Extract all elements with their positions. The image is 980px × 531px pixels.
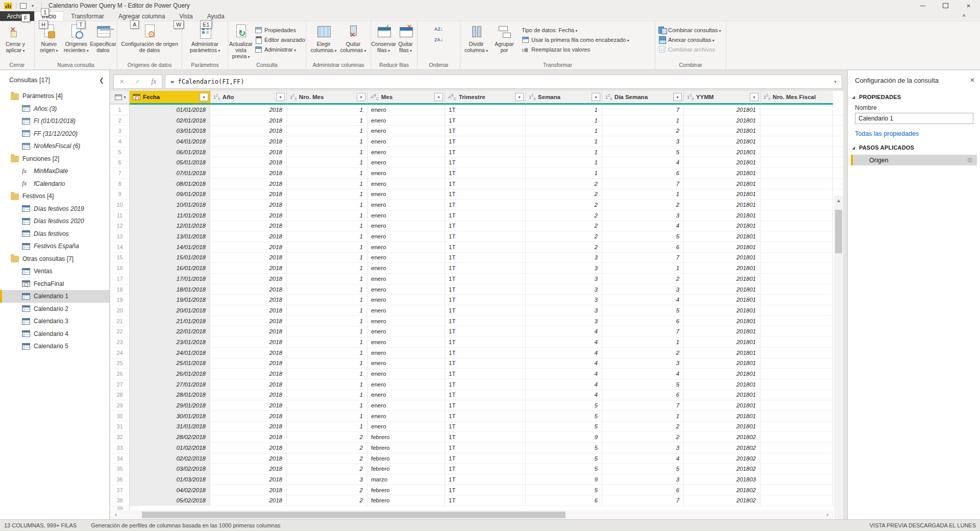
- cell-semana[interactable]: 5: [526, 453, 602, 464]
- cell-dia-semana[interactable]: 4: [602, 221, 684, 231]
- cell-nro-mes[interactable]: 1: [287, 157, 368, 167]
- cell-semana[interactable]: 5: [526, 485, 602, 495]
- cell-mes[interactable]: enero: [368, 295, 445, 305]
- refresh-preview-button[interactable]: Actualizar vista previa: [229, 23, 253, 60]
- cell-dia-semana[interactable]: 6: [602, 316, 684, 326]
- minimize-button[interactable]: [911, 0, 934, 11]
- formula-input[interactable]: = fCalendario(FI,FF) ▾: [165, 75, 842, 89]
- cell-yymm[interactable]: 201801: [684, 179, 761, 189]
- cell-trimestre[interactable]: 1T: [445, 147, 526, 157]
- cell-dia-semana[interactable]: 1: [602, 115, 684, 126]
- cell-yymm[interactable]: 201803: [684, 474, 761, 485]
- cell-ano[interactable]: 2018: [210, 400, 287, 411]
- cell-mes[interactable]: enero: [368, 274, 445, 284]
- cell-trimestre[interactable]: 1T: [445, 253, 526, 263]
- cell-mes[interactable]: enero: [368, 400, 445, 411]
- cell-mes[interactable]: enero: [368, 337, 445, 347]
- cell-ano[interactable]: 2018: [210, 474, 287, 485]
- cell-yymm[interactable]: 201801: [684, 305, 761, 316]
- cell-dia-semana[interactable]: 6: [602, 242, 684, 252]
- cell-trimestre[interactable]: 1T: [445, 231, 526, 242]
- row-number[interactable]: 25: [110, 358, 130, 369]
- cell-fecha[interactable]: 31/01/2018: [130, 422, 210, 432]
- cell-trimestre[interactable]: 1T: [445, 411, 526, 421]
- cell-semana[interactable]: 1: [526, 168, 602, 178]
- cell-nro-mes-fiscal[interactable]: [761, 126, 833, 136]
- cell-dia-semana[interactable]: 2: [602, 432, 684, 442]
- cell-ano[interactable]: 2018: [210, 274, 287, 284]
- cell-trimestre[interactable]: 1T: [445, 305, 526, 316]
- cell-ano[interactable]: 2018: [210, 253, 287, 263]
- cell-ano[interactable]: 2018: [210, 443, 287, 453]
- cell-nro-mes-fiscal[interactable]: [761, 263, 833, 273]
- cell-trimestre[interactable]: 1T: [445, 316, 526, 326]
- manage-query-button[interactable]: Administrar: [253, 44, 307, 54]
- row-number[interactable]: 31: [110, 422, 130, 432]
- row-number[interactable]: 11: [110, 210, 130, 221]
- cell-nro-mes[interactable]: 1: [287, 337, 368, 347]
- cell-dia-semana[interactable]: 3: [602, 136, 684, 147]
- cell-nro-mes-fiscal[interactable]: [761, 337, 833, 347]
- cell-yymm[interactable]: 201802: [684, 464, 761, 474]
- cell-semana[interactable]: 3: [526, 316, 602, 326]
- commit-formula-icon[interactable]: ✓: [135, 78, 140, 85]
- cell-dia-semana[interactable]: 4: [602, 157, 684, 167]
- cell-dia-semana[interactable]: 5: [602, 379, 684, 390]
- cell-nro-mes-fiscal[interactable]: [761, 115, 833, 126]
- row-number[interactable]: 1: [110, 105, 130, 115]
- cell-nro-mes-fiscal[interactable]: [761, 411, 833, 421]
- cell-ano[interactable]: 2018: [210, 200, 287, 210]
- all-properties-link[interactable]: Todas las propiedades: [848, 124, 980, 140]
- cell-semana[interactable]: 4: [526, 337, 602, 347]
- cell-fecha[interactable]: 03/02/2018: [130, 464, 210, 474]
- cell-semana[interactable]: 4: [526, 348, 602, 358]
- cell-nro-mes[interactable]: 2: [287, 432, 368, 442]
- row-number[interactable]: 38: [110, 495, 130, 505]
- cell-yymm[interactable]: 201801: [684, 379, 761, 390]
- cell-fecha[interactable]: 10/01/2018: [130, 200, 210, 210]
- tab-transformar[interactable]: Transformar: [64, 11, 111, 21]
- append-queries-button[interactable]: Anexar consultas: [656, 35, 723, 44]
- query-tree-item[interactable]: Festivos España: [0, 240, 109, 253]
- cell-ano[interactable]: 2018: [210, 263, 287, 273]
- cell-mes[interactable]: enero: [368, 147, 445, 157]
- cell-mes[interactable]: enero: [368, 221, 445, 231]
- applied-step-item[interactable]: Origen ⚙: [851, 155, 977, 165]
- cell-fecha[interactable]: 23/01/2018: [130, 337, 210, 347]
- cell-trimestre[interactable]: 1T: [445, 157, 526, 167]
- cell-dia-semana[interactable]: 7: [602, 105, 684, 115]
- cell-semana[interactable]: 3: [526, 274, 602, 284]
- cell-fecha[interactable]: 11/01/2018: [130, 210, 210, 221]
- query-tree-item[interactable]: FI (01/01/2018): [0, 115, 109, 128]
- row-number[interactable]: 21: [110, 316, 130, 326]
- cell-nro-mes[interactable]: 1: [287, 253, 368, 263]
- cell-nro-mes-fiscal[interactable]: [761, 147, 833, 157]
- cell-ano[interactable]: 2018: [210, 210, 287, 221]
- cell-nro-mes-fiscal[interactable]: [761, 189, 833, 200]
- row-number[interactable]: 23: [110, 337, 130, 347]
- cell-yymm[interactable]: 201801: [684, 358, 761, 369]
- cell-fecha[interactable]: 09/01/2018: [130, 189, 210, 200]
- merge-queries-button[interactable]: Combinar consultas: [656, 25, 723, 35]
- filter-dropdown-icon[interactable]: [592, 93, 600, 101]
- cell-fecha[interactable]: 17/01/2018: [130, 274, 210, 284]
- cell-yymm[interactable]: 201801: [684, 274, 761, 284]
- cell-ano[interactable]: 2018: [210, 221, 287, 231]
- cell-mes[interactable]: enero: [368, 316, 445, 326]
- close-button[interactable]: [957, 0, 980, 11]
- cell-semana[interactable]: 1: [526, 157, 602, 167]
- cell-ano[interactable]: 2018: [210, 411, 287, 421]
- cell-nro-mes[interactable]: 1: [287, 348, 368, 358]
- cell-nro-mes-fiscal[interactable]: [761, 453, 833, 464]
- row-number[interactable]: 2: [110, 115, 130, 126]
- properties-button[interactable]: Propiedades: [253, 25, 307, 35]
- cell-semana[interactable]: 9: [526, 432, 602, 442]
- cell-nro-mes-fiscal[interactable]: [761, 422, 833, 432]
- cell-semana[interactable]: 5: [526, 464, 602, 474]
- cell-yymm[interactable]: 201802: [684, 432, 761, 442]
- query-tree-item[interactable]: Días festivos: [0, 228, 109, 240]
- grid-corner-menu-button[interactable]: ▾: [110, 91, 130, 105]
- cell-dia-semana[interactable]: 3: [602, 210, 684, 221]
- row-number[interactable]: 9: [110, 189, 130, 200]
- row-number[interactable]: 13: [110, 231, 130, 242]
